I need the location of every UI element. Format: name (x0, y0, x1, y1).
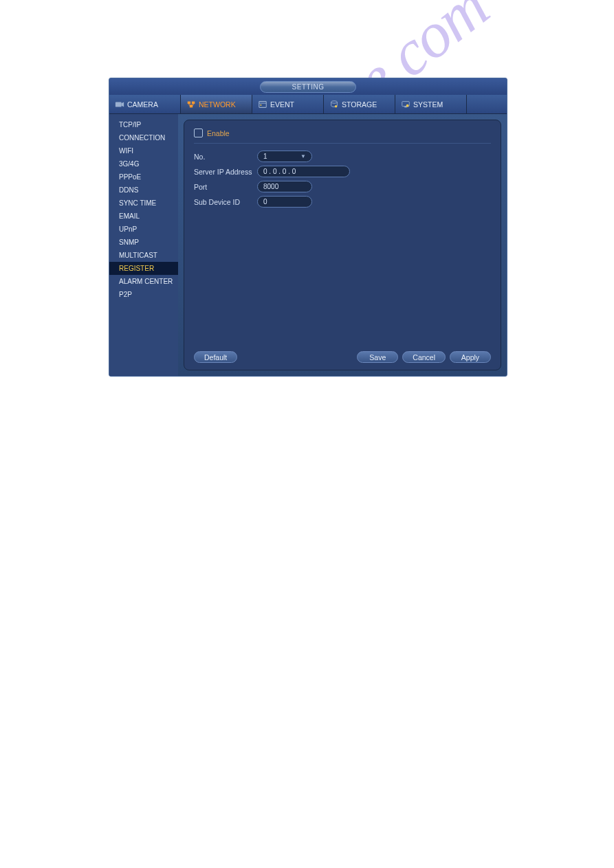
tab-label: CAMERA (127, 100, 158, 109)
tab-event[interactable]: EVENT (252, 95, 324, 113)
tab-label: NETWORK (199, 100, 236, 109)
cancel-button[interactable]: Cancel (402, 351, 446, 363)
svg-marker-1 (122, 102, 124, 107)
window-title: SETTING (260, 81, 356, 93)
button-row: Default Save Cancel Apply (194, 351, 491, 363)
sidebar-item-p2p[interactable]: P2P (109, 288, 178, 301)
settings-window: SETTING CAMERA NETWORK EVENT STORAGE (109, 78, 507, 377)
main-tabs: CAMERA NETWORK EVENT STORAGE SYSTEM (109, 95, 507, 114)
no-dropdown[interactable]: 1 ▼ (257, 151, 312, 162)
sidebar-item-email[interactable]: EMAIL (109, 210, 178, 223)
tab-label: EVENT (270, 100, 294, 109)
tab-network[interactable]: NETWORK (181, 95, 252, 113)
network-icon (186, 100, 196, 109)
port-label: Port (194, 183, 257, 191)
row-no: No. 1 ▼ (194, 151, 491, 162)
sidebar-item-multicast[interactable]: MULTICAST (109, 249, 178, 262)
storage-icon (329, 100, 339, 109)
row-sub-device: Sub Device ID 0 (194, 196, 491, 208)
sidebar-item-upnp[interactable]: UPnP (109, 223, 178, 236)
tab-camera[interactable]: CAMERA (109, 95, 181, 113)
save-button[interactable]: Save (357, 351, 398, 363)
enable-checkbox[interactable] (194, 129, 203, 137)
sidebar-item-synctime[interactable]: SYNC TIME (109, 197, 178, 210)
sidebar-item-register[interactable]: REGISTER (109, 262, 178, 275)
sub-device-label: Sub Device ID (194, 198, 257, 206)
sidebar-item-connection[interactable]: CONNECTION (109, 131, 178, 144)
sidebar-item-alarmcenter[interactable]: ALARM CENTER (109, 275, 178, 288)
enable-label: Enable (207, 129, 230, 137)
svg-rect-0 (116, 102, 122, 107)
svg-rect-2 (188, 101, 190, 104)
row-server-ip: Server IP Address 0 . 0 . 0 . 0 (194, 166, 491, 177)
tab-label: SYSTEM (413, 100, 443, 109)
port-input[interactable]: 8000 (257, 181, 312, 192)
sidebar-item-snmp[interactable]: SNMP (109, 236, 178, 249)
sidebar-item-ddns[interactable]: DDNS (109, 183, 178, 197)
server-ip-label: Server IP Address (194, 168, 257, 176)
event-icon (258, 100, 267, 109)
sidebar-item-wifi[interactable]: WIFI (109, 144, 178, 157)
chevron-down-icon: ▼ (300, 153, 306, 159)
register-panel: Enable No. 1 ▼ Server IP Address 0 . 0 .… (184, 120, 501, 370)
sidebar-item-pppoe[interactable]: PPPoE (109, 170, 178, 183)
system-icon (401, 100, 410, 109)
sidebar: TCP/IP CONNECTION WIFI 3G/4G PPPoE DDNS … (109, 114, 178, 376)
no-label: No. (194, 153, 257, 161)
spacer (237, 351, 357, 363)
svg-rect-9 (259, 101, 267, 107)
port-value: 8000 (263, 183, 278, 190)
main-panel: Enable No. 1 ▼ Server IP Address 0 . 0 .… (178, 114, 507, 376)
svg-point-16 (406, 104, 409, 107)
camera-icon (115, 100, 124, 109)
svg-rect-3 (192, 101, 195, 104)
sub-device-input[interactable]: 0 (257, 196, 312, 208)
server-ip-value: 0 . 0 . 0 . 0 (263, 168, 296, 175)
tab-label: STORAGE (342, 100, 377, 109)
tab-system[interactable]: SYSTEM (395, 95, 467, 113)
svg-point-12 (331, 100, 338, 103)
svg-rect-4 (190, 104, 193, 107)
no-value: 1 (263, 153, 267, 160)
server-ip-input[interactable]: 0 . 0 . 0 . 0 (257, 166, 350, 177)
sidebar-item-tcpip[interactable]: TCP/IP (109, 118, 178, 131)
enable-row: Enable (194, 129, 491, 144)
sub-device-value: 0 (263, 198, 267, 205)
content-area: TCP/IP CONNECTION WIFI 3G/4G PPPoE DDNS … (109, 114, 507, 376)
apply-button[interactable]: Apply (450, 351, 491, 363)
sidebar-item-3g4g[interactable]: 3G/4G (109, 157, 178, 170)
svg-rect-11 (261, 104, 262, 106)
default-button[interactable]: Default (194, 351, 237, 363)
svg-point-13 (335, 104, 338, 107)
row-port: Port 8000 (194, 181, 491, 192)
tab-storage[interactable]: STORAGE (324, 95, 395, 113)
title-bar: SETTING (109, 78, 507, 95)
